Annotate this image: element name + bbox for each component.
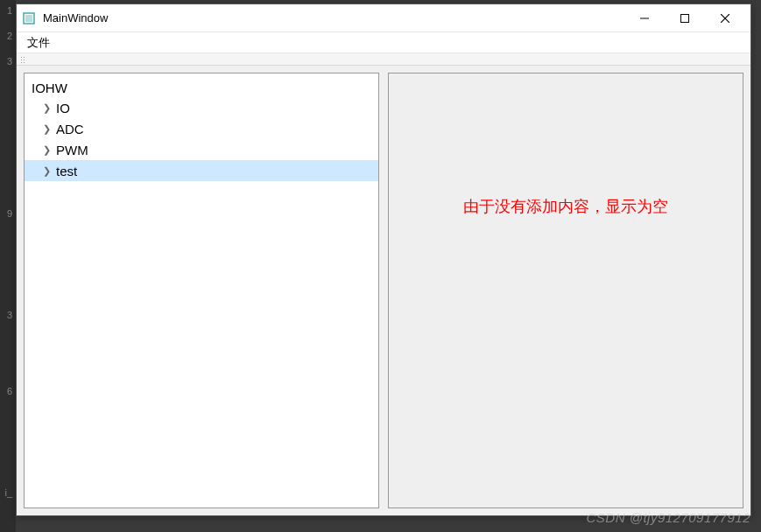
svg-rect-3 — [681, 14, 689, 22]
tree-panel[interactable]: IOHW ❯ IO ❯ ADC ❯ PWM ❯ test — [24, 73, 379, 508]
toolbar-grip-icon[interactable] — [20, 56, 25, 63]
close-button[interactable] — [705, 5, 745, 32]
tree-item-test[interactable]: ❯ test — [25, 160, 378, 181]
tree-item-label: PWM — [56, 143, 88, 158]
minimize-button[interactable] — [624, 5, 665, 32]
app-icon — [22, 11, 36, 25]
tree-item-pwm[interactable]: ❯ PWM — [25, 139, 378, 160]
tree-item-adc[interactable]: ❯ ADC — [25, 118, 378, 139]
chevron-right-icon[interactable]: ❯ — [40, 164, 53, 177]
svg-rect-1 — [25, 15, 32, 22]
tree-item-io[interactable]: ❯ IO — [25, 97, 378, 118]
chevron-right-icon[interactable]: ❯ — [40, 144, 53, 156]
tree-root-label[interactable]: IOHW — [25, 79, 378, 97]
main-window: MainWindow 文件 IOHW ❯ IO ❯ A — [16, 4, 751, 516]
toolbar — [17, 53, 750, 66]
tree-item-label: test — [56, 164, 77, 178]
window-title: MainWindow — [43, 11, 624, 24]
menubar: 文件 — [17, 32, 750, 53]
editor-line-gutter: 123 9 36 i_ — [0, 0, 16, 532]
chevron-right-icon[interactable]: ❯ — [40, 102, 53, 114]
detail-panel: 由于没有添加内容，显示为空 — [388, 73, 743, 508]
menu-file[interactable]: 文件 — [22, 33, 55, 52]
window-controls — [624, 5, 745, 32]
maximize-button[interactable] — [665, 5, 705, 32]
tree-item-label: ADC — [56, 122, 84, 136]
chevron-right-icon[interactable]: ❯ — [40, 122, 53, 135]
empty-message: 由于没有添加内容，显示为空 — [389, 196, 743, 217]
titlebar[interactable]: MainWindow — [17, 4, 750, 32]
tree-item-label: IO — [56, 101, 70, 116]
content-area: IOHW ❯ IO ❯ ADC ❯ PWM ❯ test 由于没有添加内容，显示… — [17, 66, 750, 515]
